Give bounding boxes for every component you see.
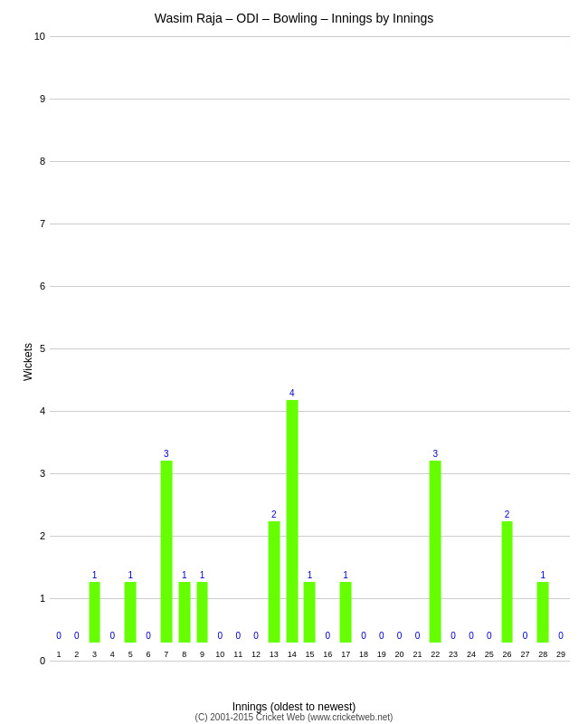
grid-line: [50, 661, 570, 662]
bar-value-label: 0: [50, 631, 68, 641]
y-tick-label: 5: [40, 343, 50, 354]
bar-group: 226: [498, 36, 517, 643]
x-tick-label: 13: [265, 650, 283, 659]
bar-group: 01: [50, 36, 68, 643]
bar-value-label: 0: [355, 631, 373, 641]
bar-group: 029: [552, 36, 570, 643]
x-tick-label: 19: [373, 650, 391, 659]
bar-group: 025: [480, 36, 498, 643]
x-tick-label: 28: [534, 650, 552, 659]
x-tick-label: 9: [194, 650, 212, 659]
bar-group: 016: [318, 36, 337, 643]
x-tick-label: 7: [157, 650, 175, 659]
bar-group: 012: [247, 36, 265, 643]
x-tick-label: 10: [211, 650, 229, 659]
x-tick-label: 8: [175, 650, 194, 659]
x-tick-label: 16: [318, 650, 337, 659]
bar: [501, 521, 513, 643]
y-tick-label: 1: [40, 593, 50, 604]
y-tick-label: 3: [40, 468, 50, 479]
x-tick-label: 15: [301, 650, 319, 659]
y-tick-label: 8: [40, 156, 50, 167]
copyright: (C) 2001-2015 Cricket Web (www.cricketwe…: [0, 712, 588, 722]
chart-area: 0123456789100102130415063718190100110122…: [50, 36, 570, 661]
bar: [89, 582, 100, 643]
bar-group: 213: [265, 36, 283, 643]
bar-value-label: 0: [103, 631, 121, 641]
bar-group: 018: [355, 36, 373, 643]
bar-group: 18: [175, 36, 194, 643]
bar-value-label: 0: [552, 631, 570, 641]
bar-value-label: 1: [337, 570, 355, 580]
x-tick-label: 21: [409, 650, 427, 659]
bar-group: 021: [409, 36, 427, 643]
x-tick-label: 4: [103, 650, 121, 659]
bar-value-label: 0: [517, 631, 535, 641]
x-tick-label: 22: [426, 650, 444, 659]
bar-value-label: 2: [498, 510, 517, 519]
y-tick-label: 10: [34, 31, 50, 42]
x-tick-label: 24: [462, 650, 480, 659]
bar-value-label: 0: [444, 631, 462, 641]
chart-container: Wasim Raja – ODI – Bowling – Innings by …: [0, 0, 588, 724]
bar: [286, 400, 298, 643]
bar-value-label: 3: [157, 449, 175, 459]
bar: [196, 582, 208, 643]
bar-value-label: 0: [409, 631, 427, 641]
bar-group: 322: [426, 36, 444, 643]
x-tick-label: 1: [50, 650, 68, 659]
bar: [268, 521, 280, 643]
bar-value-label: 3: [426, 449, 444, 459]
y-axis-label: Wickets: [22, 343, 34, 381]
x-tick-label: 17: [337, 650, 355, 659]
bar-group: 117: [337, 36, 355, 643]
bar-group: 13: [86, 36, 104, 643]
bar-value-label: 4: [283, 388, 301, 398]
x-tick-label: 14: [283, 650, 301, 659]
bar: [125, 582, 137, 643]
x-tick-label: 25: [480, 650, 498, 659]
x-tick-label: 2: [68, 650, 86, 659]
bar-value-label: 0: [139, 631, 157, 641]
bar-group: 024: [462, 36, 480, 643]
plot-area: 0123456789100102130415063718190100110122…: [50, 36, 570, 661]
bar: [430, 461, 441, 643]
bar: [160, 461, 172, 643]
bar-group: 06: [139, 36, 157, 643]
bar-value-label: 0: [68, 631, 86, 641]
bar-group: 020: [391, 36, 409, 643]
bar-group: 019: [373, 36, 391, 643]
x-tick-label: 12: [247, 650, 265, 659]
bar-value-label: 0: [211, 631, 229, 641]
x-tick-label: 3: [86, 650, 104, 659]
x-tick-label: 23: [444, 650, 462, 659]
bar-value-label: 0: [462, 631, 480, 641]
bar: [178, 582, 190, 643]
bar-group: 027: [517, 36, 535, 643]
bar-value-label: 0: [480, 631, 498, 641]
bar-value-label: 0: [373, 631, 391, 641]
x-tick-label: 26: [498, 650, 517, 659]
bar-value-label: 0: [229, 631, 247, 641]
x-tick-label: 5: [121, 650, 139, 659]
bar-value-label: 2: [265, 510, 283, 519]
bar: [304, 582, 316, 643]
y-tick-label: 4: [40, 405, 50, 416]
y-tick-label: 6: [40, 281, 50, 291]
y-tick-label: 2: [40, 530, 50, 541]
bar-value-label: 1: [194, 570, 212, 580]
bar-value-label: 0: [247, 631, 265, 641]
bar-group: 128: [534, 36, 552, 643]
x-tick-label: 18: [355, 650, 373, 659]
bar-group: 414: [283, 36, 301, 643]
bar-group: 115: [301, 36, 319, 643]
y-tick-label: 7: [40, 218, 50, 229]
bar-value-label: 1: [121, 570, 139, 580]
bar-group: 010: [211, 36, 229, 643]
x-tick-label: 20: [391, 650, 409, 659]
bar-value-label: 0: [391, 631, 409, 641]
bar-group: 011: [229, 36, 247, 643]
chart-title: Wasim Raja – ODI – Bowling – Innings by …: [0, 0, 588, 30]
bar-value-label: 1: [301, 570, 319, 580]
bar-group: 04: [103, 36, 121, 643]
